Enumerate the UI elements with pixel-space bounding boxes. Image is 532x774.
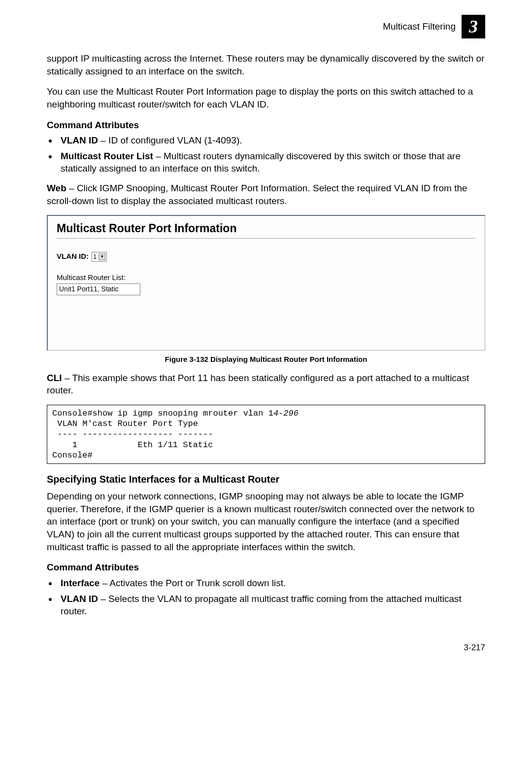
- intro-paragraph-1: support IP multicasting across the Inter…: [47, 52, 485, 77]
- web-text: – Click IGMP Snooping, Multicast Router …: [47, 183, 467, 206]
- section2-paragraph: Depending on your network connections, I…: [47, 490, 485, 553]
- web-instructions: Web – Click IGMP Snooping, Multicast Rou…: [47, 182, 485, 207]
- figure-caption: Figure 3-132 Displaying Multicast Router…: [47, 354, 485, 364]
- multicast-router-list-item: Unit1 Port11, Static: [59, 285, 119, 293]
- cli-intro: CLI – This example shows that Port 11 ha…: [47, 372, 485, 397]
- page-header: Multicast Filtering 3: [47, 15, 485, 38]
- multicast-router-listbox[interactable]: Unit1 Port11, Static: [57, 283, 140, 295]
- attr-desc: – ID of configured VLAN (1-4093).: [98, 135, 242, 145]
- cli-label: CLI: [47, 373, 62, 383]
- cli-output-body: VLAN M'cast Router Port Type ---- ------…: [52, 419, 213, 460]
- command-attributes-list-2: Interface – Activates the Port or Trunk …: [47, 577, 485, 618]
- multicast-router-list-label: Multicast Router List:: [57, 273, 476, 282]
- attr-name: VLAN ID: [61, 135, 98, 145]
- command-attributes-heading-2: Command Attributes: [47, 561, 485, 574]
- section-heading-static-interfaces: Specifying Static Interfaces for a Multi…: [47, 473, 485, 486]
- panel-divider: [57, 238, 476, 239]
- vlan-id-value: 1: [93, 252, 97, 261]
- ui-screenshot-panel: Multicast Router Port Information VLAN I…: [47, 215, 485, 351]
- attr-name: Interface: [61, 578, 100, 588]
- chapter-number: 3: [469, 15, 478, 39]
- attr-name: VLAN ID: [61, 594, 98, 604]
- command-attributes-heading: Command Attributes: [47, 119, 485, 132]
- list-item: VLAN ID – Selects the VLAN to propagate …: [58, 593, 485, 618]
- cli-output-box: Console#show ip igmp snooping mrouter vl…: [47, 405, 485, 464]
- vlan-id-label: VLAN ID:: [57, 251, 89, 261]
- attr-desc: – Activates the Port or Trunk scroll dow…: [100, 578, 286, 588]
- attr-name: Multicast Router List: [61, 151, 153, 161]
- cli-page-ref: 4-296: [273, 409, 299, 418]
- chapter-number-badge: 3: [462, 15, 485, 38]
- panel-title: Multicast Router Port Information: [57, 221, 476, 236]
- list-item: VLAN ID – ID of configured VLAN (1-4093)…: [58, 134, 485, 147]
- intro-paragraph-2: You can use the Multicast Router Port In…: [47, 85, 485, 110]
- attr-desc: – Selects the VLAN to propagate all mult…: [61, 594, 462, 617]
- cli-text: – This example shows that Port 11 has be…: [47, 373, 469, 396]
- header-section-title: Multicast Filtering: [383, 20, 456, 33]
- web-label: Web: [47, 183, 66, 193]
- list-item: Interface – Activates the Port or Trunk …: [58, 577, 485, 590]
- cli-line-cmd: Console#show ip igmp snooping mrouter vl…: [52, 409, 273, 418]
- list-item: Multicast Router List – Multicast router…: [58, 150, 485, 175]
- command-attributes-list: VLAN ID – ID of configured VLAN (1-4093)…: [47, 134, 485, 175]
- vlan-id-select[interactable]: 1 ▼: [92, 252, 107, 262]
- chevron-down-icon: ▼: [99, 253, 105, 260]
- vlan-id-row: VLAN ID: 1 ▼: [57, 251, 476, 261]
- page-number: 3-217: [47, 642, 485, 654]
